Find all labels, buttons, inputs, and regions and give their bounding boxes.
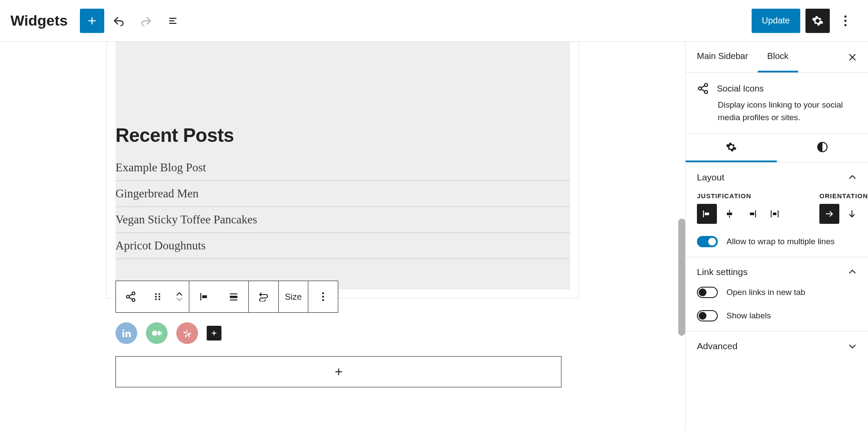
redo-button[interactable] xyxy=(134,9,158,33)
settings-tab-general[interactable] xyxy=(686,134,777,162)
svg-rect-51 xyxy=(771,210,772,217)
settings-tab-styles[interactable] xyxy=(777,134,868,162)
more-vertical-icon xyxy=(844,15,847,26)
show-labels-toggle[interactable] xyxy=(697,310,718,321)
wrap-label: Allow to wrap to multiple lines xyxy=(726,237,835,246)
transform-icon xyxy=(258,292,269,301)
justify-button[interactable] xyxy=(189,281,219,312)
block-more-options-button[interactable] xyxy=(308,281,338,312)
close-icon xyxy=(848,53,857,62)
size-button[interactable]: Size xyxy=(279,281,308,312)
drag-handle[interactable] xyxy=(145,281,170,312)
wrap-toggle[interactable] xyxy=(697,236,718,247)
svg-rect-20 xyxy=(202,295,207,298)
panel-link-settings-toggle[interactable]: Link settings xyxy=(697,267,857,277)
scrollbar-thumb[interactable] xyxy=(678,219,685,336)
svg-point-7 xyxy=(845,24,847,26)
svg-point-38 xyxy=(705,83,708,86)
justify-space-between-icon xyxy=(769,209,780,219)
styles-icon xyxy=(817,141,828,153)
new-tab-toggle[interactable] xyxy=(697,287,718,298)
editor-canvas[interactable]: Recent Posts Example Blog Post Gingerbre… xyxy=(0,42,685,429)
chevron-up-icon xyxy=(848,269,857,275)
justification-label: JUSTIFICATION xyxy=(697,192,785,200)
svg-point-16 xyxy=(158,296,160,298)
tab-main-sidebar[interactable]: Main Sidebar xyxy=(687,42,758,72)
panel-layout: Layout JUSTIFICATION xyxy=(686,163,868,257)
social-icon-linkedin[interactable] xyxy=(116,322,137,344)
justify-right-button[interactable] xyxy=(742,204,762,224)
svg-point-9 xyxy=(126,295,129,298)
svg-point-14 xyxy=(158,293,160,295)
orientation-horizontal-button[interactable] xyxy=(819,204,839,224)
svg-line-11 xyxy=(129,294,132,296)
svg-rect-21 xyxy=(230,293,237,294)
panel-layout-toggle[interactable]: Layout xyxy=(697,172,857,183)
social-icon-yelp[interactable] xyxy=(176,322,198,344)
justify-center-button[interactable] xyxy=(719,204,739,224)
editor-topbar: Widgets Update xyxy=(0,0,868,42)
svg-rect-53 xyxy=(773,213,776,215)
transform-button[interactable] xyxy=(249,281,278,312)
align-button[interactable] xyxy=(219,281,248,312)
svg-point-25 xyxy=(322,296,324,298)
svg-point-24 xyxy=(322,292,324,294)
show-labels-label: Show labels xyxy=(726,311,771,321)
social-icons-block[interactable] xyxy=(116,322,221,344)
svg-rect-50 xyxy=(750,213,754,215)
justify-left-icon xyxy=(702,209,712,219)
redo-icon xyxy=(140,15,152,27)
justify-left-button[interactable] xyxy=(697,204,717,224)
panel-title: Link settings xyxy=(697,267,748,277)
update-button[interactable]: Update xyxy=(752,9,801,33)
tab-block[interactable]: Block xyxy=(758,42,798,72)
close-sidebar-button[interactable] xyxy=(842,47,863,68)
block-description: Display icons linking to your social med… xyxy=(718,99,857,124)
add-block-button[interactable] xyxy=(80,9,104,33)
recent-posts-block[interactable]: Recent Posts Example Blog Post Gingerbre… xyxy=(116,124,570,259)
settings-sub-tabs xyxy=(686,134,868,163)
drag-icon xyxy=(154,293,162,301)
share-icon xyxy=(697,82,709,95)
show-labels-toggle-row: Show labels xyxy=(697,310,857,321)
block-type-button[interactable] xyxy=(116,281,145,312)
justification-control: JUSTIFICATION xyxy=(697,192,785,224)
chevron-up-icon xyxy=(176,292,183,296)
svg-point-28 xyxy=(122,329,124,331)
more-vertical-icon xyxy=(322,292,324,301)
panel-advanced-toggle[interactable]: Advanced xyxy=(697,341,857,351)
svg-rect-23 xyxy=(230,300,237,301)
recent-posts-heading: Recent Posts xyxy=(116,124,570,146)
panel-title: Layout xyxy=(697,172,724,183)
linkedin-icon xyxy=(121,328,132,338)
arrow-down-icon xyxy=(847,209,857,219)
move-up-button[interactable] xyxy=(176,292,183,296)
list-item[interactable]: Vegan Sticky Toffee Pancakes xyxy=(116,207,570,233)
justify-space-between-button[interactable] xyxy=(765,204,785,224)
add-social-icon-button[interactable] xyxy=(207,326,221,341)
gear-icon xyxy=(726,141,737,153)
undo-button[interactable] xyxy=(107,9,131,33)
new-tab-label: Open links in new tab xyxy=(726,288,805,297)
social-icon-medium[interactable] xyxy=(146,322,168,344)
orientation-control: ORIENTATION xyxy=(819,192,868,224)
plus-icon xyxy=(333,366,344,377)
svg-point-29 xyxy=(152,331,157,336)
list-item[interactable]: Apricot Doughnuts xyxy=(116,233,570,259)
svg-point-6 xyxy=(845,20,847,22)
move-down-button[interactable] xyxy=(176,297,183,301)
more-options-button[interactable] xyxy=(833,9,858,33)
svg-point-26 xyxy=(322,299,324,301)
yelp-icon xyxy=(182,328,192,338)
list-item[interactable]: Example Blog Post xyxy=(116,155,570,181)
chevron-down-icon xyxy=(848,344,857,349)
justify-left-icon xyxy=(198,291,210,302)
list-item[interactable]: Gingerbread Men xyxy=(116,181,570,207)
chevron-down-icon xyxy=(176,297,183,301)
svg-line-41 xyxy=(701,86,705,88)
svg-point-15 xyxy=(155,296,157,298)
add-block-placeholder[interactable] xyxy=(116,356,561,387)
list-view-button[interactable] xyxy=(161,9,185,33)
settings-button[interactable] xyxy=(805,9,830,33)
orientation-vertical-button[interactable] xyxy=(842,204,862,224)
